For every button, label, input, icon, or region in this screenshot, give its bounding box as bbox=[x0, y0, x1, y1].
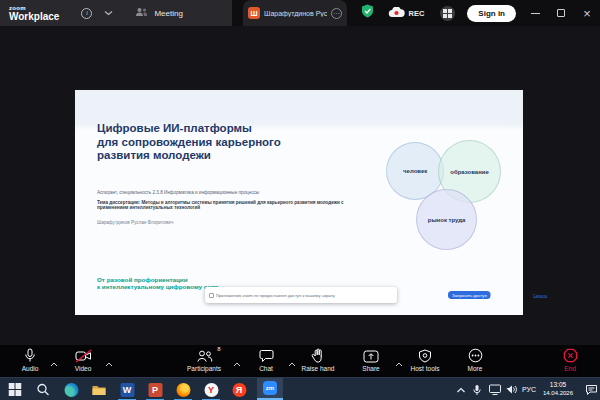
yandex-button[interactable]: Я bbox=[231, 381, 248, 398]
powerpoint-icon: P bbox=[148, 383, 162, 397]
venn-circle-labor-market: рынок труда bbox=[416, 189, 477, 250]
participants-icon: 8 bbox=[196, 348, 213, 363]
participants-button[interactable]: 8 Participants bbox=[176, 348, 232, 372]
presentation-area: Цифровые ИИ-платформы для сопровождения … bbox=[0, 26, 600, 345]
titlebar-left-group: zoom Workplace i Meeting bbox=[0, 0, 232, 26]
share-screen-icon bbox=[363, 348, 379, 363]
venn-label-person: человек bbox=[403, 168, 427, 175]
action-center-icon bbox=[585, 384, 597, 395]
zoom-app-icon: zm bbox=[263, 381, 277, 395]
slide-subtitle: Аспирант, специальность 2.3.8 Информатик… bbox=[97, 190, 397, 195]
shared-document-title: Шарафутдинов Русла bbox=[264, 10, 327, 17]
tray-display-icon bbox=[489, 384, 502, 395]
slide-author: Шарафутдинов Руслан Флоритович bbox=[97, 220, 297, 225]
meeting-label: Meeting bbox=[154, 9, 182, 18]
tray-network-button[interactable] bbox=[487, 381, 504, 398]
slide-thesis-text: Тема диссертации: Методы и алгоритмы сис… bbox=[97, 200, 347, 210]
tray-clock[interactable]: 13:05 14.04.2026 bbox=[543, 378, 573, 400]
word-button[interactable]: W bbox=[119, 381, 136, 398]
yandex-icon: Я bbox=[232, 383, 246, 397]
file-explorer-button[interactable] bbox=[91, 381, 108, 398]
tray-volume-button[interactable] bbox=[503, 381, 520, 398]
yandex-browser-button[interactable]: Y bbox=[203, 381, 220, 398]
maximize-icon bbox=[557, 9, 565, 17]
logo-text-zoom: zoom bbox=[9, 5, 59, 11]
screen-permission-notification: Приложению zoom не предоставлен доступ к… bbox=[205, 287, 397, 303]
cloud-rec-icon bbox=[388, 7, 405, 20]
close-icon: × bbox=[583, 7, 591, 20]
start-icon bbox=[9, 383, 22, 396]
tray-mic-icon bbox=[473, 384, 482, 396]
zoom-workplace-logo: zoom Workplace bbox=[9, 5, 59, 22]
tray-mic-button[interactable] bbox=[469, 381, 486, 398]
more-button[interactable]: More bbox=[447, 348, 503, 372]
taskbar-search-button[interactable] bbox=[35, 381, 52, 398]
minimize-button[interactable] bbox=[522, 0, 548, 26]
word-icon: W bbox=[120, 383, 134, 397]
chat-button[interactable]: Chat bbox=[238, 348, 294, 372]
host-tools-button[interactable]: Host tools bbox=[397, 348, 453, 372]
presentation-slide: Цифровые ИИ-платформы для сопровождения … bbox=[75, 90, 523, 315]
tray-chevron-icon bbox=[457, 387, 466, 393]
video-options-chevron[interactable] bbox=[105, 353, 113, 371]
microphone-icon bbox=[24, 348, 36, 363]
meeting-toolbar: Audio Video 8 Participants bbox=[0, 345, 600, 377]
action-center-button[interactable] bbox=[583, 381, 600, 398]
explorer-icon bbox=[92, 384, 107, 396]
share-button[interactable]: Share bbox=[343, 348, 399, 372]
rec-label: REC bbox=[408, 9, 424, 18]
request-access-button[interactable]: Запросить доступ bbox=[448, 291, 491, 299]
tab-more-options-icon[interactable]: ⋯ bbox=[331, 8, 342, 19]
video-button[interactable]: Video bbox=[55, 348, 111, 372]
edge-icon bbox=[64, 383, 78, 397]
more-icon bbox=[468, 348, 483, 363]
venn-label-education: образование bbox=[450, 168, 489, 175]
notification-text: Приложению zoom не предоставлен доступ к… bbox=[216, 293, 332, 298]
close-button[interactable]: × bbox=[574, 0, 600, 26]
participants-count-badge: 8 bbox=[217, 346, 220, 352]
chevron-down-icon[interactable] bbox=[104, 10, 113, 16]
logo-text-workplace: Workplace bbox=[9, 12, 59, 22]
venn-label-labor-market: рынок труда bbox=[428, 216, 466, 223]
powerpoint-button[interactable]: P bbox=[147, 381, 164, 398]
apps-icon[interactable] bbox=[440, 6, 455, 21]
host-tools-shield-icon bbox=[418, 348, 432, 363]
tray-language-indicator[interactable]: РУС bbox=[522, 378, 536, 400]
document-icon: Ш bbox=[248, 7, 260, 19]
camera-off-icon bbox=[75, 348, 92, 363]
recording-indicator[interactable]: REC bbox=[388, 7, 424, 20]
firefox-button[interactable] bbox=[175, 381, 192, 398]
sign-in-button[interactable]: Sign in bbox=[467, 5, 516, 22]
start-button[interactable] bbox=[7, 381, 24, 398]
window-titlebar: zoom Workplace i Meeting Ш Шарафутдинов … bbox=[0, 0, 600, 26]
slide-title: Цифровые ИИ-платформы для сопровождения … bbox=[97, 122, 281, 163]
raise-hand-icon bbox=[311, 348, 325, 363]
windows-taskbar: W P Y Я zm Р bbox=[0, 377, 600, 400]
zoom-workplace-window: zoom Workplace i Meeting Ш Шарафутдинов … bbox=[0, 0, 600, 400]
edge-button[interactable] bbox=[63, 381, 80, 398]
raise-hand-button[interactable]: Raise hand bbox=[290, 348, 346, 372]
warning-icon bbox=[209, 293, 214, 298]
tray-volume-icon bbox=[505, 384, 517, 395]
maximize-button[interactable] bbox=[548, 0, 574, 26]
tab-meeting[interactable]: Meeting bbox=[135, 7, 182, 19]
security-shield-icon[interactable] bbox=[361, 4, 374, 22]
meeting-icon bbox=[135, 7, 148, 19]
zoom-taskbar-button[interactable]: zm bbox=[257, 378, 283, 400]
firefox-icon bbox=[176, 383, 190, 397]
yandex-browser-icon: Y bbox=[204, 383, 218, 397]
tray-time: 13:05 bbox=[550, 381, 566, 389]
tray-date: 14.04.2026 bbox=[543, 390, 573, 398]
tab-shared-document[interactable]: Ш Шарафутдинов Русла ⋯ bbox=[243, 0, 347, 26]
minimize-icon bbox=[531, 13, 540, 14]
dismiss-link[interactable]: Скрыть bbox=[533, 293, 547, 298]
end-meeting-button[interactable]: End bbox=[542, 348, 598, 372]
info-icon[interactable]: i bbox=[81, 8, 92, 19]
chat-icon bbox=[259, 348, 274, 363]
search-icon bbox=[37, 383, 50, 396]
titlebar-right-group: REC Sign in × bbox=[361, 0, 600, 26]
end-icon bbox=[563, 348, 578, 363]
tray-expand-button[interactable] bbox=[453, 381, 470, 398]
